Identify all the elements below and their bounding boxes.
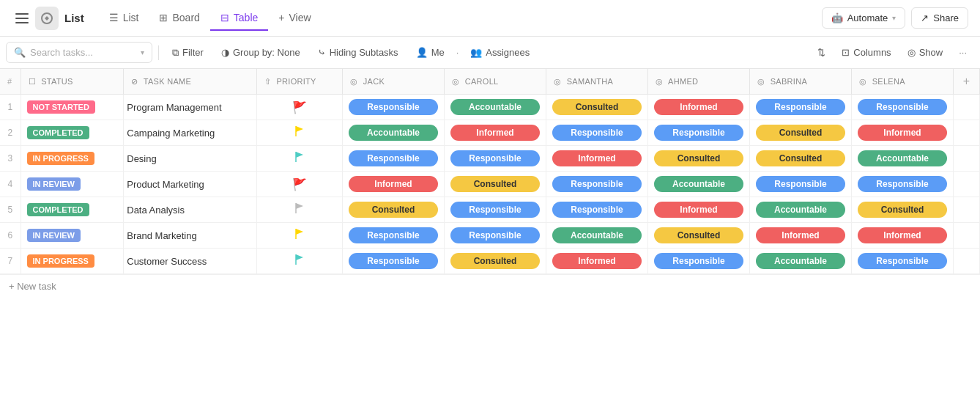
columns-button[interactable]: ⊡ Columns — [834, 43, 898, 62]
raci-badge-caroll[interactable]: Responsible — [450, 202, 540, 218]
hamburger-menu[interactable] — [12, 8, 32, 29]
me-button[interactable]: 👤 Me — [409, 43, 452, 62]
raci-badge-caroll[interactable]: Consulted — [450, 253, 540, 269]
row-ahmed[interactable]: Consulted — [648, 223, 750, 249]
raci-badge-samantha[interactable]: Responsible — [552, 176, 642, 192]
row-jack[interactable]: Consulted — [343, 197, 445, 223]
row-caroll[interactable]: Consulted — [445, 249, 546, 274]
raci-badge-jack[interactable]: Responsible — [349, 99, 438, 115]
row-ahmed[interactable]: Informed — [648, 197, 750, 223]
raci-badge-caroll[interactable]: Responsible — [450, 150, 540, 166]
row-caroll[interactable]: Consulted — [445, 172, 546, 197]
raci-badge-caroll[interactable]: Responsible — [450, 227, 540, 243]
status-badge[interactable]: IN PROGRESS — [27, 152, 94, 165]
raci-badge-jack[interactable]: Responsible — [349, 150, 438, 166]
row-priority[interactable]: 🚩 — [256, 95, 342, 120]
row-ahmed[interactable]: Responsible — [648, 249, 750, 274]
filter-button[interactable]: ⧉ Filter — [165, 43, 211, 62]
row-caroll[interactable]: Responsible — [445, 197, 546, 223]
raci-badge-samantha[interactable]: Responsible — [552, 202, 642, 218]
row-sabrina[interactable]: Accountable — [749, 249, 851, 274]
raci-badge-samantha[interactable]: Consulted — [552, 99, 642, 115]
row-samantha[interactable]: Responsible — [546, 197, 648, 223]
tab-table[interactable]: ⊟ Table — [210, 6, 268, 31]
row-selena[interactable]: Responsible — [851, 172, 953, 197]
raci-badge-ahmed[interactable]: Consulted — [654, 227, 743, 243]
raci-badge-caroll[interactable]: Consulted — [450, 176, 540, 192]
row-samantha[interactable]: Informed — [546, 249, 648, 274]
row-task-name[interactable]: Desing — [124, 146, 256, 172]
raci-badge-ahmed[interactable]: Responsible — [654, 253, 743, 269]
raci-badge-jack[interactable]: Responsible — [349, 227, 438, 243]
row-jack[interactable]: Informed — [343, 172, 445, 197]
sort-button[interactable]: ⇅ — [810, 43, 833, 62]
raci-badge-jack[interactable]: Consulted — [349, 202, 438, 218]
raci-badge-selena[interactable]: Informed — [858, 227, 947, 243]
raci-badge-sabrina[interactable]: Accountable — [756, 253, 845, 269]
row-caroll[interactable]: Informed — [445, 120, 546, 146]
row-status[interactable]: IN REVIEW — [21, 172, 124, 197]
assignees-button[interactable]: 👥 Assignees — [463, 43, 537, 62]
row-sabrina[interactable]: Responsible — [749, 95, 851, 120]
raci-badge-sabrina[interactable]: Accountable — [756, 202, 845, 218]
add-column-icon[interactable]: + — [963, 75, 970, 87]
status-badge[interactable]: COMPLETED — [27, 126, 89, 139]
raci-badge-jack[interactable]: Accountable — [349, 125, 438, 141]
raci-badge-ahmed[interactable]: Accountable — [654, 176, 743, 192]
raci-badge-selena[interactable]: Responsible — [858, 253, 947, 269]
raci-badge-samantha[interactable]: Accountable — [552, 227, 642, 243]
row-samantha[interactable]: Informed — [546, 146, 648, 172]
row-sabrina[interactable]: Responsible — [749, 172, 851, 197]
new-task-button[interactable]: + New task — [0, 274, 980, 298]
row-ahmed[interactable]: Accountable — [648, 172, 750, 197]
row-sabrina[interactable]: Consulted — [749, 146, 851, 172]
row-samantha[interactable]: Responsible — [546, 120, 648, 146]
row-ahmed[interactable]: Consulted — [648, 146, 750, 172]
raci-badge-sabrina[interactable]: Informed — [756, 227, 845, 243]
row-sabrina[interactable]: Informed — [749, 223, 851, 249]
row-status[interactable]: COMPLETED — [21, 120, 124, 146]
row-status[interactable]: NOT STARTED — [21, 95, 124, 120]
row-status[interactable]: IN PROGRESS — [21, 146, 124, 172]
row-priority[interactable] — [256, 197, 342, 223]
row-priority[interactable]: 🚩 — [256, 172, 342, 197]
row-status[interactable]: IN PROGRESS — [21, 249, 124, 274]
row-samantha[interactable]: Consulted — [546, 95, 648, 120]
tab-view[interactable]: + View — [268, 6, 321, 31]
raci-badge-ahmed[interactable]: Informed — [654, 99, 743, 115]
raci-badge-jack[interactable]: Informed — [349, 176, 438, 192]
group-by-button[interactable]: ◑ Group by: None — [214, 43, 308, 62]
row-task-name[interactable]: Customer Success — [124, 249, 256, 274]
row-sabrina[interactable]: Consulted — [749, 120, 851, 146]
raci-badge-samantha[interactable]: Responsible — [552, 125, 642, 141]
row-selena[interactable]: Informed — [851, 120, 953, 146]
raci-badge-selena[interactable]: Accountable — [858, 150, 947, 166]
raci-badge-samantha[interactable]: Informed — [552, 150, 642, 166]
search-box[interactable]: 🔍 Search tasks... ▾ — [6, 42, 152, 63]
raci-badge-ahmed[interactable]: Consulted — [654, 150, 743, 166]
row-caroll[interactable]: Responsible — [445, 146, 546, 172]
raci-badge-selena[interactable]: Responsible — [858, 176, 947, 192]
show-button[interactable]: ◎ Show — [900, 43, 951, 62]
row-task-name[interactable]: Program Management — [124, 95, 256, 120]
row-priority[interactable] — [256, 249, 342, 274]
row-jack[interactable]: Responsible — [343, 95, 445, 120]
row-task-name[interactable]: Data Analysis — [124, 197, 256, 223]
row-task-name[interactable]: Brand Marketing — [124, 223, 256, 249]
raci-badge-selena[interactable]: Responsible — [858, 99, 947, 115]
row-caroll[interactable]: Responsible — [445, 223, 546, 249]
row-selena[interactable]: Accountable — [851, 146, 953, 172]
row-selena[interactable]: Responsible — [851, 249, 953, 274]
raci-badge-ahmed[interactable]: Informed — [654, 202, 743, 218]
row-jack[interactable]: Responsible — [343, 146, 445, 172]
raci-badge-selena[interactable]: Consulted — [858, 202, 947, 218]
status-badge[interactable]: NOT STARTED — [27, 100, 95, 114]
share-button[interactable]: ↗ Share — [911, 7, 968, 29]
raci-badge-caroll[interactable]: Accountable — [450, 99, 540, 115]
row-jack[interactable]: Responsible — [343, 249, 445, 274]
row-ahmed[interactable]: Informed — [648, 95, 750, 120]
raci-badge-sabrina[interactable]: Consulted — [756, 150, 845, 166]
row-status[interactable]: COMPLETED — [21, 197, 124, 223]
row-sabrina[interactable]: Accountable — [749, 197, 851, 223]
row-task-name[interactable]: Campaing Marketing — [124, 120, 256, 146]
